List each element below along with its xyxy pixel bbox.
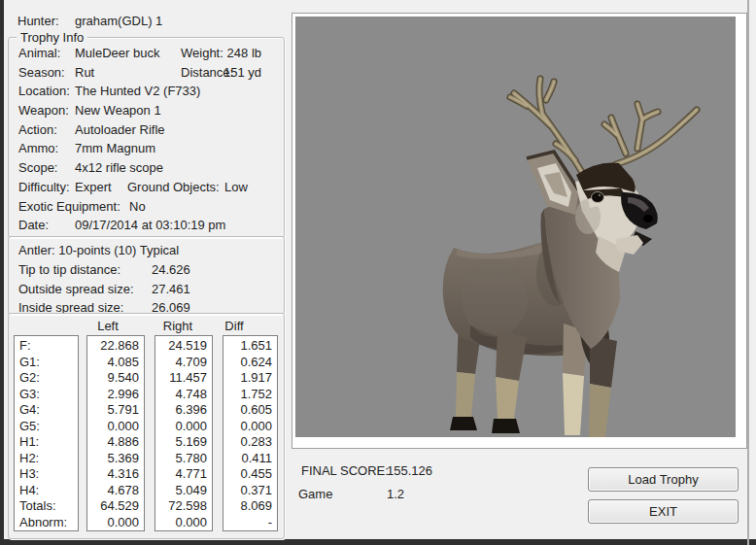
right-value: 4.771 — [155, 466, 212, 483]
field-value: Expert — [75, 180, 112, 194]
field-value: 4x12 rifle scope — [75, 160, 163, 175]
hunter-label: Hunter: — [17, 14, 59, 28]
row-label: G5: — [15, 419, 78, 435]
trophy-field-row: Location:The Hunted V2 (F733) — [9, 84, 284, 103]
row-label: Totals: — [15, 498, 78, 515]
row-label: Abnorm: — [15, 515, 78, 531]
left-value: 4.316 — [87, 466, 144, 483]
field-label-2: Ground Objects: — [127, 180, 220, 194]
measurement-labels-box: F:G1:G2:G3:G4:G5:H1:H2:H3:H4:Totals:Abno… — [14, 335, 79, 531]
diff-value: 1.917 — [223, 370, 277, 387]
antler-measurement-row: Tip to tip distance:24.626 — [9, 262, 284, 282]
trophy-info-title: Trophy Info — [17, 30, 87, 45]
left-value: 9.540 — [87, 370, 144, 387]
game-version-label: Game — [298, 487, 332, 501]
antler-type-line: Antler: 10-points (10) Typical — [18, 243, 179, 257]
row-label: H3: — [15, 466, 78, 483]
right-value: 4.709 — [155, 355, 212, 371]
left-value: 0.000 — [87, 419, 144, 435]
trophy-info-rows: Animal:MuleDeer buckWeight:248 lbSeason:… — [9, 46, 284, 237]
field-value: New Weapon 1 — [75, 103, 161, 118]
field-value: Rut — [75, 65, 94, 80]
trophy-3d-viewport[interactable] — [292, 13, 747, 449]
right-value: 5.049 — [155, 483, 212, 499]
diff-value: 0.605 — [223, 402, 277, 419]
field-label: Difficulty: — [18, 180, 70, 194]
field-value: The Hunted V2 (F733) — [75, 84, 200, 98]
field-label: Season: — [18, 65, 65, 80]
left-value: 5.791 — [87, 402, 144, 419]
field-label: Exotic Equipment: — [18, 199, 120, 214]
right-values-box: 24.5194.70911.4574.7486.3960.0005.1695.7… — [155, 335, 213, 531]
column-header-diff: Diff — [205, 319, 263, 333]
field-label: Action: — [18, 122, 57, 137]
field-value: 09/17/2014 at 03:10:19 pm — [75, 218, 225, 232]
row-label: G4: — [15, 402, 78, 419]
antler-groupbox: Antler: 10-points (10) Typical Tip to ti… — [8, 236, 285, 315]
trophy-field-row: Ammo:7mm Magnum — [9, 141, 284, 160]
trophy-info-groupbox: Trophy Info Animal:MuleDeer buckWeight:2… — [8, 37, 285, 238]
window-frame-bottom — [0, 539, 756, 545]
field-label: Date: — [18, 218, 49, 232]
diff-value: - — [223, 515, 277, 531]
trophy-field-row: Difficulty:ExpertGround Objects:Low — [9, 180, 284, 199]
trophy-field-row: Action:Autoloader Rifle — [9, 122, 284, 142]
trophy-field-row: Weapon:New Weapon 1 — [9, 103, 284, 122]
trophy-3d-render-area — [295, 17, 736, 437]
trophy-window: Hunter: graham(GDL) 1 Trophy Info Animal… — [0, 0, 756, 545]
trophy-field-row: Season:RutDistance:151 yd — [9, 65, 284, 85]
final-score-value: 155.126 — [387, 463, 432, 478]
left-values-box: 22.8684.0859.5402.9965.7910.0004.8865.36… — [86, 335, 145, 531]
left-value: 64.529 — [87, 498, 144, 515]
field-label: Location: — [18, 84, 70, 98]
field-value: 7mm Magnum — [75, 141, 155, 155]
measurement-label: Tip to tip distance: — [18, 262, 120, 277]
diff-value: 0.624 — [223, 355, 277, 371]
row-label: G2: — [15, 370, 78, 387]
field-value: MuleDeer buck — [75, 46, 159, 60]
antler-measurements: Tip to tip distance:24.626Outside spread… — [9, 262, 284, 320]
measurement-value: 27.461 — [152, 282, 190, 296]
right-value: 5.169 — [155, 434, 212, 451]
row-label: G1: — [15, 355, 78, 371]
field-value-2: Low — [224, 180, 248, 194]
field-value-2: 248 lb — [195, 46, 261, 60]
diff-value: 0.371 — [223, 483, 277, 499]
trophy-field-row: Animal:MuleDeer buckWeight:248 lb — [9, 46, 284, 65]
diff-value: 8.069 — [223, 498, 277, 515]
exit-button[interactable]: EXIT — [588, 499, 739, 524]
left-value: 4.886 — [87, 434, 144, 451]
row-label: H2: — [15, 451, 78, 467]
load-trophy-button[interactable]: Load Trophy — [588, 467, 739, 492]
field-value: Autoloader Rifle — [75, 122, 165, 137]
measurement-value: 24.626 — [152, 262, 190, 277]
diff-value: 0.283 — [223, 434, 277, 451]
window-frame-left — [0, 0, 4, 545]
left-value: 2.996 — [87, 387, 144, 403]
diff-value: 1.651 — [223, 338, 277, 355]
right-value: 0.000 — [155, 515, 212, 531]
window-frame-right — [747, 0, 749, 545]
diff-value: 0.000 — [223, 419, 277, 435]
field-value: No — [129, 199, 146, 214]
diff-value: 1.752 — [223, 387, 277, 403]
trophy-field-row: Exotic Equipment:No — [9, 199, 284, 219]
diff-values-box: 1.6510.6241.9171.7520.6050.0000.2830.411… — [223, 335, 278, 531]
right-value: 11.457 — [155, 370, 212, 387]
field-label: Scope: — [18, 160, 57, 175]
left-value: 4.085 — [87, 355, 144, 371]
diff-value: 0.455 — [223, 466, 277, 483]
antler-measurement-row: Outside spread size:27.461 — [9, 282, 284, 301]
field-label: Ammo: — [18, 141, 58, 155]
left-value: 0.000 — [87, 515, 144, 531]
column-header-left: Left — [79, 319, 137, 333]
game-version-value: 1.2 — [387, 487, 404, 501]
score-table-groupbox: Left Right Diff F:G1:G2:G3:G4:G5:H1:H2:H… — [8, 313, 285, 539]
diff-value: 0.411 — [223, 451, 277, 467]
hunter-value: graham(GDL) 1 — [75, 14, 162, 28]
exit-button-label: EXIT — [649, 504, 677, 519]
left-value: 22.868 — [87, 338, 144, 355]
row-label: G3: — [15, 387, 78, 403]
right-value: 24.519 — [155, 338, 212, 355]
measurement-label: Outside spread size: — [18, 282, 134, 296]
